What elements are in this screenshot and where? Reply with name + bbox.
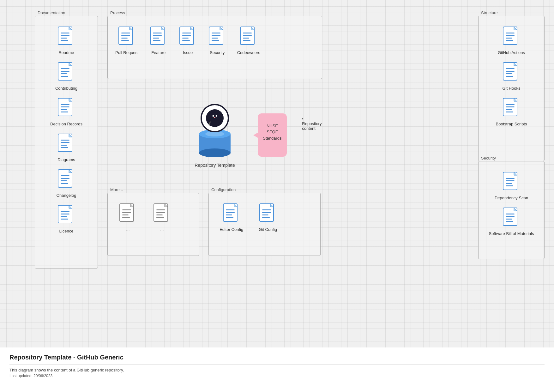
- contributing-label: Contributing: [55, 86, 77, 91]
- dependency-scan-icon: [502, 171, 521, 194]
- svg-rect-34: [61, 216, 67, 217]
- svg-rect-59: [212, 40, 219, 41]
- list-item: ...: [153, 202, 172, 232]
- more-item-2-label: ...: [160, 227, 164, 232]
- svg-rect-3: [61, 35, 69, 36]
- security-label: Security: [481, 156, 496, 160]
- svg-rect-41: [121, 40, 129, 41]
- git-hooks-icon: [502, 61, 521, 84]
- list-item: Contributing: [55, 61, 77, 91]
- list-item: Diagrams: [57, 133, 76, 162]
- github-actions-icon: [502, 26, 521, 48]
- svg-rect-8: [61, 68, 69, 69]
- svg-rect-39: [121, 35, 130, 36]
- editor-config-icon: [222, 202, 241, 225]
- svg-rect-112: [226, 214, 232, 215]
- repo-template-label: Repository Template: [195, 163, 235, 168]
- svg-rect-106: [156, 214, 163, 215]
- list-item: Changelog: [57, 168, 76, 198]
- svg-rect-22: [61, 145, 67, 146]
- svg-rect-71: [506, 40, 513, 41]
- svg-rect-80: [506, 104, 515, 105]
- svg-rect-64: [243, 38, 249, 39]
- svg-rect-62: [243, 33, 252, 33]
- svg-rect-119: [262, 217, 270, 218]
- nhse-bubble-wrapper: NHSE SEQF Standards: [258, 113, 286, 157]
- svg-rect-50: [182, 33, 191, 33]
- cylinder-icon: [196, 128, 234, 159]
- svg-rect-116: [262, 209, 271, 210]
- svg-rect-14: [61, 104, 69, 105]
- list-item: Pull Request: [115, 26, 139, 55]
- codeowners-icon: [239, 26, 258, 48]
- more-item-1-icon: [118, 202, 137, 225]
- github-actions-label: GitHub Actions: [498, 50, 525, 55]
- svg-rect-100: [122, 214, 129, 215]
- list-item: Git Config: [258, 202, 277, 232]
- svg-rect-117: [262, 212, 271, 213]
- svg-rect-28: [61, 180, 67, 181]
- svg-rect-58: [212, 38, 218, 39]
- svg-point-126: [216, 115, 217, 117]
- readme-icon: [57, 26, 76, 48]
- list-item: Editor Config: [220, 202, 243, 232]
- list-item: GitHub Actions: [498, 26, 525, 55]
- feature-icon: [149, 26, 168, 48]
- svg-rect-88: [506, 183, 512, 184]
- changelog-icon: [57, 168, 76, 191]
- svg-rect-56: [212, 33, 220, 33]
- svg-rect-107: [156, 217, 164, 218]
- svg-rect-32: [61, 211, 69, 212]
- svg-rect-45: [153, 35, 162, 36]
- list-item: Bootstrap Scripts: [496, 97, 527, 126]
- process-label: Process: [110, 10, 125, 15]
- svg-rect-77: [506, 76, 513, 77]
- diagrams-icon: [57, 133, 76, 155]
- bootstrap-scripts-icon: [502, 97, 521, 120]
- security-process-label: Security: [210, 50, 225, 55]
- repo-content-text: Repository content: [302, 121, 322, 131]
- changelog-label: Changelog: [57, 193, 76, 198]
- svg-rect-20: [61, 140, 69, 141]
- center-area: Repository Template NHSE SEQF Standards …: [107, 85, 322, 186]
- structure-icons: GitHub Actions Git Hooks: [479, 16, 544, 130]
- svg-rect-68: [506, 33, 515, 33]
- svg-rect-38: [121, 33, 130, 33]
- list-item: Issue: [178, 26, 197, 55]
- page-wrapper: Documentation Readme: [0, 0, 554, 392]
- footer-date: Last updated: 20/06/2023: [9, 374, 545, 378]
- svg-rect-94: [506, 219, 512, 220]
- svg-rect-26: [61, 175, 69, 176]
- svg-point-130: [199, 148, 231, 157]
- documentation-label: Documentation: [38, 10, 65, 15]
- svg-rect-74: [506, 68, 515, 69]
- list-item: Git Hooks: [502, 61, 521, 91]
- bullet-text: •: [302, 117, 304, 121]
- svg-rect-81: [506, 106, 515, 107]
- bullet-point: • Repository content: [302, 117, 322, 131]
- github-circle: [201, 104, 229, 132]
- more-item-2-icon: [153, 202, 172, 225]
- licence-icon: [57, 204, 76, 227]
- list-item: Dependency Scan: [495, 171, 528, 200]
- contributing-icon: [57, 61, 76, 84]
- svg-point-125: [213, 115, 214, 117]
- github-cat-icon: [205, 109, 224, 128]
- svg-rect-17: [61, 112, 68, 112]
- git-config-label: Git Config: [259, 227, 277, 232]
- diagrams-label: Diagrams: [57, 157, 75, 162]
- svg-rect-15: [61, 106, 69, 107]
- svg-rect-111: [226, 212, 235, 213]
- svg-rect-99: [122, 212, 131, 213]
- svg-rect-46: [153, 38, 159, 39]
- sbom-label: Software Bill of Materials: [489, 231, 534, 236]
- pull-request-icon: [117, 26, 136, 48]
- structure-label: Structure: [481, 10, 498, 15]
- svg-rect-118: [262, 214, 268, 215]
- list-item: Readme: [57, 26, 76, 55]
- svg-rect-23: [61, 147, 68, 148]
- feature-label: Feature: [151, 50, 166, 55]
- footer-title: Repository Template - GitHub Generic: [9, 354, 545, 361]
- svg-rect-92: [506, 214, 515, 214]
- svg-rect-2: [61, 33, 69, 33]
